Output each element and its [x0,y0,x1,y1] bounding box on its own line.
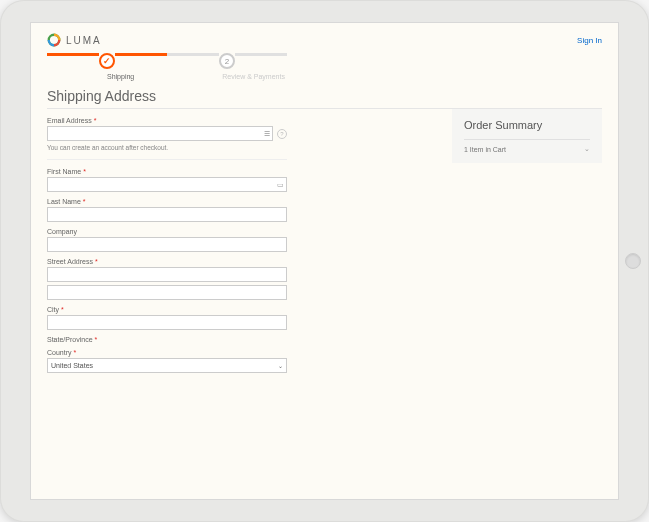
email-input[interactable] [47,126,273,141]
progress-bar-inactive [167,53,219,56]
step-shipping-label: Shipping [107,73,134,80]
company-label: Company [47,228,287,235]
form-divider [47,159,287,160]
sign-in-link[interactable]: Sign In [577,36,602,45]
tablet-frame: LUMA Sign In ✓ 2 Shipping Review & Payme… [0,0,649,522]
page-title: Shipping Address [47,88,602,104]
street-input-2[interactable] [47,285,287,300]
top-bar: LUMA Sign In [47,33,602,47]
field-email: Email Address * ☰ ? You can create an ac… [47,117,287,151]
company-input[interactable] [47,237,287,252]
field-street: Street Address * [47,258,287,300]
field-state: State/Province * [47,336,287,343]
country-value: United States [51,362,93,369]
tablet-home-button[interactable] [625,253,641,269]
street-input-1[interactable] [47,267,287,282]
email-label: Email Address * [47,117,287,124]
logo-text: LUMA [66,35,102,46]
city-input[interactable] [47,315,287,330]
country-label: Country * [47,349,287,356]
last-name-label: Last Name * [47,198,287,205]
chevron-down-icon: ⌄ [278,362,283,369]
step-shipping[interactable]: ✓ [99,53,115,69]
order-summary: Order Summary 1 Item in Cart ⌄ [452,109,602,163]
first-name-label: First Name * [47,168,287,175]
city-label: City * [47,306,287,313]
last-name-input[interactable] [47,207,287,222]
summary-items-toggle[interactable]: 1 Item in Cart ⌄ [464,139,590,153]
progress-bar-inactive-2 [235,53,287,56]
screen: LUMA Sign In ✓ 2 Shipping Review & Payme… [30,22,619,500]
checkout-progress: ✓ 2 [47,53,602,69]
field-last-name: Last Name * [47,198,287,222]
logo[interactable]: LUMA [47,33,102,47]
email-hint: You can create an account after checkout… [47,144,287,151]
country-select[interactable]: United States ⌄ [47,358,287,373]
contact-card-icon: ▭ [277,181,284,189]
street-label: Street Address * [47,258,287,265]
field-first-name: First Name * ▭ [47,168,287,192]
progress-bar-active [47,53,99,56]
logo-icon [47,33,61,47]
field-company: Company [47,228,287,252]
shipping-form: Email Address * ☰ ? You can create an ac… [47,117,287,379]
checkmark-icon: ✓ [103,56,111,66]
field-city: City * [47,306,287,330]
summary-items-label: 1 Item in Cart [464,146,506,153]
first-name-input[interactable] [47,177,287,192]
state-label: State/Province * [47,336,287,343]
chevron-down-icon: ⌄ [584,145,590,153]
contact-icon: ☰ [264,130,270,138]
progress-bar-active-2 [115,53,167,56]
field-country: Country * United States ⌄ [47,349,287,373]
step-review-label: Review & Payments [222,73,285,80]
summary-title: Order Summary [464,119,590,131]
help-icon[interactable]: ? [277,129,287,139]
step-review[interactable]: 2 [219,53,235,69]
